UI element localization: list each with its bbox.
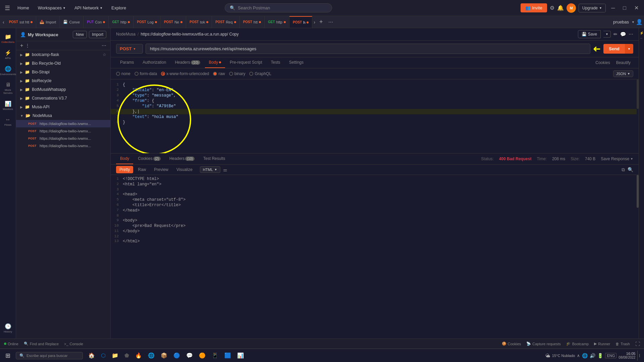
- nav-history[interactable]: 🕒 History: [1, 320, 15, 336]
- new-button[interactable]: New: [73, 31, 87, 38]
- bell-icon[interactable]: 🔔: [557, 5, 564, 11]
- save-button[interactable]: 💾 Save: [578, 30, 601, 38]
- beautify-link[interactable]: Beautify: [613, 58, 633, 68]
- tab-get-http2[interactable]: GEThttp: [265, 16, 289, 28]
- edit-icon-btn[interactable]: ✏: [613, 32, 618, 37]
- taskbar-search[interactable]: 🔍 Escribe aquí para buscar: [16, 352, 83, 359]
- copy-response-btn[interactable]: ⧉: [622, 167, 625, 173]
- response-tab-headers[interactable]: Headers (10): [165, 154, 199, 164]
- online-indicator[interactable]: Online: [4, 342, 18, 346]
- request-item-3[interactable]: POST https://dialogflow-twilio-ivwmx...: [16, 135, 110, 142]
- taskbar-icon-folder[interactable]: 📁: [109, 351, 121, 360]
- nav-mock-servers[interactable]: 🖥 Mock Servers: [1, 79, 15, 97]
- hamburger-menu[interactable]: ☰: [3, 3, 12, 13]
- close-button[interactable]: ✕: [632, 3, 641, 12]
- more-tabs-button[interactable]: ⋯: [326, 18, 336, 26]
- workspaces-nav[interactable]: Workspaces▼: [35, 4, 69, 12]
- request-item-4[interactable]: POST https://dialogflow-twilio-ivwmx...: [16, 142, 110, 149]
- tab-get-http[interactable]: GEThttp: [109, 16, 133, 28]
- option-none[interactable]: none: [116, 71, 130, 76]
- tab-headers[interactable]: Headers (10): [171, 57, 204, 68]
- right-panel-icon-1[interactable]: ⚡: [640, 31, 643, 35]
- taskbar-icon-app1[interactable]: 🔥: [132, 351, 145, 360]
- star-icon[interactable]: ☆: [103, 52, 106, 57]
- editor-scrollbar[interactable]: [637, 79, 639, 153]
- workspace-dropdown[interactable]: ▼: [632, 20, 635, 24]
- url-input[interactable]: [146, 44, 590, 54]
- collection-bio-strapi[interactable]: ▶ 📁 Bio-Strapi: [16, 68, 110, 76]
- collection-bio-recycle-old[interactable]: ▶ 📁 Bio Recycle-Old: [16, 59, 110, 68]
- filter-btn[interactable]: ⋮: [25, 43, 30, 48]
- trash-btn[interactable]: 🗑 Trash: [615, 342, 630, 346]
- collection-musa-api[interactable]: ▶ 📁 Musa-API: [16, 103, 110, 111]
- show-desktop-btn[interactable]: |: [637, 351, 641, 361]
- sub-tab-visualize[interactable]: Visualize: [173, 166, 196, 173]
- taskbar-icon-app2[interactable]: 📦: [158, 351, 170, 360]
- collection-bootcamp-flask[interactable]: ▶ 📁 bootcamp-flask ☆: [16, 50, 110, 59]
- tabs-next[interactable]: ›: [312, 19, 317, 25]
- tab-post-htt2[interactable]: POSThtt: [240, 16, 265, 28]
- right-panel-icon-2[interactable]: ↕: [640, 38, 643, 39]
- option-x-www[interactable]: x-www-form-urlencoded: [161, 71, 209, 76]
- invite-button[interactable]: 👥 Invite: [521, 3, 547, 12]
- tab-post-sst[interactable]: POST sst htt: [6, 16, 37, 28]
- comment-icon-btn[interactable]: 💬: [620, 32, 626, 37]
- tab-params[interactable]: Params: [116, 57, 138, 68]
- collection-bio-recycle[interactable]: ▶ 📁 bioRecycle: [16, 76, 110, 85]
- taskbar-icon-app4[interactable]: 💬: [183, 351, 196, 360]
- sub-tab-preview[interactable]: Preview: [151, 166, 172, 173]
- sub-tab-pretty[interactable]: Pretty: [116, 166, 133, 173]
- more-btn[interactable]: ⋯: [629, 32, 633, 37]
- collection-bot-musa-whatsapp[interactable]: ▶ 📁 BotMusaWhatsapp: [16, 85, 110, 94]
- home-nav[interactable]: Home: [14, 4, 33, 12]
- cookies-link[interactable]: Cookies: [593, 58, 612, 68]
- tab-pre-request[interactable]: Pre-request Script: [226, 57, 266, 68]
- taskbar-icon-app5[interactable]: 🟠: [196, 351, 208, 360]
- cookies-btn[interactable]: 🍪 Cookies: [502, 342, 521, 346]
- tab-post-ne[interactable]: POSTNe: [161, 16, 186, 28]
- json-type-selector[interactable]: JSON ▼: [613, 70, 633, 77]
- taskbar-icon-app8[interactable]: 📊: [234, 351, 247, 360]
- tab-settings[interactable]: Settings: [285, 57, 308, 68]
- expand-icon[interactable]: ⛶: [635, 341, 640, 347]
- sub-tab-raw[interactable]: Raw: [135, 166, 149, 173]
- add-collection-btn[interactable]: +: [20, 43, 23, 49]
- tab-conve[interactable]: 💾Conve: [60, 16, 84, 28]
- nav-monitors[interactable]: 📊 Monitors: [1, 98, 15, 113]
- tab-post-req[interactable]: POSTReq: [212, 16, 239, 28]
- tab-put-con[interactable]: PUTCon: [84, 16, 109, 28]
- taskbar-icon-windows[interactable]: 🏠: [86, 351, 98, 360]
- tabs-prev[interactable]: ‹: [1, 19, 6, 25]
- collection-conversations[interactable]: ▶ 📁 Conversations V3.7: [16, 94, 110, 103]
- tab-authorization[interactable]: Authorization: [139, 57, 170, 68]
- collection-node-musa[interactable]: ▼ 📂 NodeMusa: [16, 111, 110, 120]
- import-button[interactable]: Import: [89, 31, 106, 38]
- send-button[interactable]: Send: [603, 44, 625, 54]
- bootcamp-btn[interactable]: 🎓 Bootcamp: [566, 342, 589, 346]
- response-tab-body[interactable]: Body: [116, 154, 133, 164]
- search-response-btn[interactable]: 🔍: [628, 167, 633, 173]
- option-binary[interactable]: binary: [229, 71, 246, 76]
- resp-scrollbar[interactable]: [637, 175, 639, 339]
- start-button[interactable]: ⊞: [3, 351, 13, 361]
- find-replace-btn[interactable]: 🔍 Find and Replace: [24, 342, 59, 346]
- tab-tests[interactable]: Tests: [267, 57, 284, 68]
- add-tab-button[interactable]: +: [317, 17, 326, 27]
- save-response-btn[interactable]: Save Response ▼: [601, 157, 633, 161]
- console-btn[interactable]: >_ Console: [64, 342, 83, 346]
- send-dropdown-btn[interactable]: ▼: [625, 44, 633, 54]
- option-graphql[interactable]: GraphQL: [249, 71, 271, 76]
- capture-requests-btn[interactable]: 📡 Capture requests: [526, 342, 560, 346]
- tab-body[interactable]: Body: [205, 57, 225, 68]
- avatar[interactable]: M: [567, 3, 576, 13]
- maximize-button[interactable]: □: [620, 4, 629, 12]
- taskbar-icon-app7[interactable]: 🟦: [222, 351, 234, 360]
- taskbar-icon-terminal[interactable]: ⬟: [122, 351, 132, 360]
- runner-btn[interactable]: ▶ Runner: [594, 342, 610, 346]
- breadcrumb-collection[interactable]: NodeMusa: [116, 32, 136, 37]
- settings-icon[interactable]: ⚙: [550, 5, 554, 11]
- api-network-nav[interactable]: API Network▼: [71, 4, 106, 12]
- profile-icon[interactable]: 👤: [636, 19, 643, 25]
- tab-post-h-active[interactable]: POSTh: [289, 16, 312, 28]
- more-options-btn[interactable]: ⋯: [102, 43, 106, 48]
